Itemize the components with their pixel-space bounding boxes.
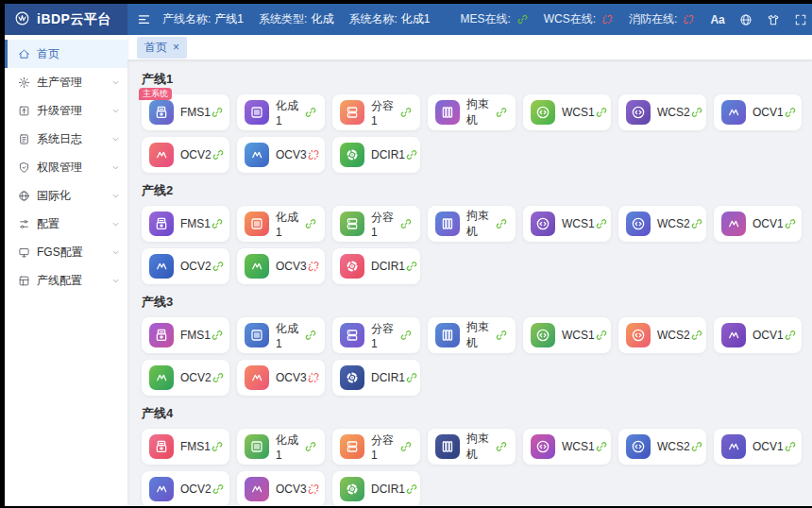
link-icon[interactable] [211,148,225,161]
link-icon[interactable] [784,106,797,119]
app-card-拘束机[interactable]: 拘束机 [428,429,516,465]
link-icon[interactable] [784,217,797,230]
link-icon[interactable] [211,371,225,384]
app-card-WCS2[interactable]: WCS2 [618,94,706,130]
collapse-sidebar-icon[interactable] [137,12,151,26]
link-icon[interactable] [595,106,608,119]
app-card-OCV2[interactable]: OCV2 [142,248,229,284]
link-icon[interactable] [211,260,225,273]
language-icon[interactable] [739,13,753,26]
theme-icon[interactable] [767,13,780,26]
fullscreen-icon[interactable] [794,13,807,26]
sidebar-item-系统日志[interactable]: 系统日志 [5,125,127,153]
app-card-FMS1[interactable]: 主系统FMS1 [142,94,229,130]
link-icon[interactable] [595,217,608,230]
link-icon[interactable] [304,217,317,230]
link-icon[interactable] [495,440,508,453]
app-card-拘束机[interactable]: 拘束机 [428,94,516,130]
link-icon[interactable] [211,440,224,453]
link-icon[interactable] [405,148,418,161]
link-icon[interactable] [405,371,418,384]
app-card-分容1[interactable]: 分容1 [332,429,420,465]
app-card-化成1[interactable]: 化成1 [237,317,325,353]
app-card-分容1[interactable]: 分容1 [332,317,420,353]
link-icon[interactable] [211,217,224,230]
link-icon[interactable] [211,329,224,342]
link-icon[interactable] [399,329,413,342]
app-card-拘束机[interactable]: 拘束机 [428,206,516,242]
link-icon[interactable] [304,440,317,453]
app-card-OCV1[interactable]: OCV1 [714,317,802,353]
link-broken-icon[interactable] [307,148,320,161]
link-icon[interactable] [690,329,703,342]
header-info-item: 产线名称:产线1 [162,11,244,27]
app-card-OCV1[interactable]: OCV1 [714,429,802,465]
app-card-OCV1[interactable]: OCV1 [714,206,802,242]
card-label: WCS1 [562,440,595,453]
link-icon[interactable] [495,106,508,119]
app-card-OCV2[interactable]: OCV2 [142,471,229,506]
app-card-分容1[interactable]: 分容1 [332,206,420,242]
app-card-FMS1[interactable]: FMS1 [142,206,229,242]
app-card-拘束机[interactable]: 拘束机 [428,317,516,353]
sidebar-item-生产管理[interactable]: 生产管理 [5,68,127,96]
link-icon[interactable] [405,483,418,496]
link-icon[interactable] [595,329,608,342]
app-card-OCV3[interactable]: OCV3 [237,248,325,284]
app-card-WCS2[interactable]: WCS2 [618,429,706,465]
app-card-WCS2[interactable]: WCS2 [618,206,706,242]
link-icon[interactable] [595,440,608,453]
app-card-WCS2[interactable]: WCS2 [618,317,706,353]
link-icon[interactable] [690,106,703,119]
app-card-OCV3[interactable]: OCV3 [237,137,325,173]
app-card-化成1[interactable]: 化成1 [237,429,325,465]
link-icon[interactable] [304,106,317,119]
app-card-WCS1[interactable]: WCS1 [523,94,611,130]
app-card-DCIR1[interactable]: DCIR1 [332,471,420,506]
app-card-OCV1[interactable]: OCV1 [714,94,802,130]
app-card-化成1[interactable]: 化成1 [237,206,325,242]
link-icon[interactable] [495,329,508,342]
app-card-OCV2[interactable]: OCV2 [142,360,229,396]
sidebar-item-国际化[interactable]: 国际化 [5,181,127,210]
link-icon[interactable] [211,483,225,496]
font-size-icon[interactable]: Aa [710,13,724,26]
close-tab-icon[interactable]: × [173,42,179,52]
app-card-FMS1[interactable]: FMS1 [142,317,229,353]
link-icon[interactable] [399,440,413,453]
link-icon[interactable] [211,106,224,119]
link-icon[interactable] [405,260,418,273]
sidebar-item-产线配置[interactable]: 产线配置 [5,266,127,295]
app-card-分容1[interactable]: 分容1 [332,94,420,130]
app-card-WCS1[interactable]: WCS1 [523,206,611,242]
link-icon[interactable] [495,217,508,230]
sidebar-item-配置[interactable]: 配置 [5,210,127,238]
app-card-DCIR1[interactable]: DCIR1 [332,248,420,284]
sidebar-item-首页[interactable]: 首页 [5,40,127,68]
sidebar-item-升级管理[interactable]: 升级管理 [5,96,127,125]
app-card-DCIR1[interactable]: DCIR1 [332,360,420,396]
link-icon[interactable] [690,440,703,453]
link-broken-icon[interactable] [307,260,320,273]
link-icon[interactable] [784,440,797,453]
link-broken-icon[interactable] [307,371,320,384]
sidebar-item-权限管理[interactable]: 权限管理 [5,153,127,181]
link-icon[interactable] [304,329,317,342]
sidebar-item-FGS配置[interactable]: FGS配置 [5,238,127,266]
app-card-OCV3[interactable]: OCV3 [237,471,325,506]
app-card-WCS1[interactable]: WCS1 [523,317,611,353]
app-card-WCS1[interactable]: WCS1 [523,429,611,465]
app-card-化成1[interactable]: 化成1 [237,94,325,130]
link-icon[interactable] [399,217,413,230]
app-card-FMS1[interactable]: FMS1 [142,429,229,465]
link-broken-icon[interactable] [307,483,320,496]
link-icon[interactable] [690,217,703,230]
books-icon [435,100,460,125]
app-card-DCIR1[interactable]: DCIR1 [332,137,420,173]
link-icon[interactable] [784,329,797,342]
link-icon[interactable] [399,106,413,119]
code-icon [531,323,555,347]
tab-home[interactable]: 首页 × [137,37,187,59]
app-card-OCV3[interactable]: OCV3 [237,360,325,396]
app-card-OCV2[interactable]: OCV2 [142,137,229,173]
